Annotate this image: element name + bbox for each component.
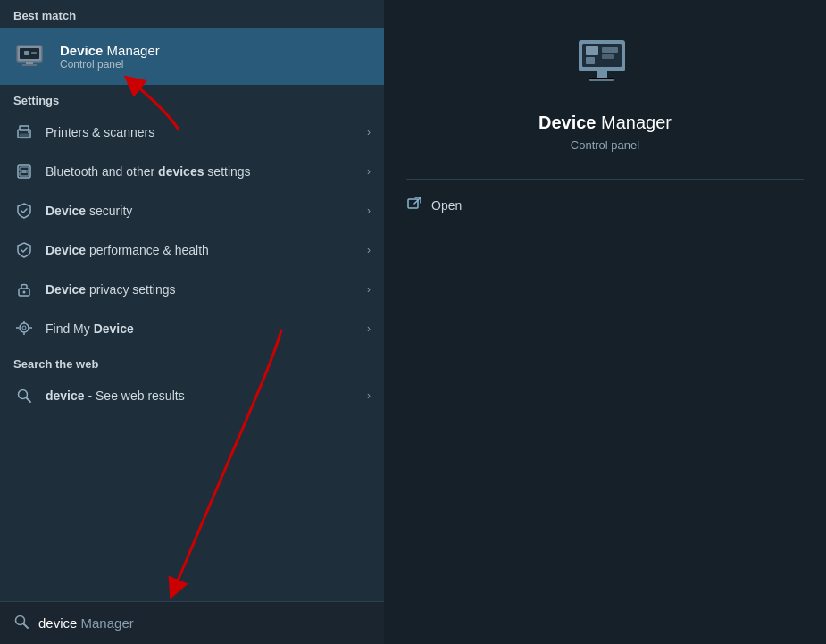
right-app-subtitle: Control panel (571, 138, 639, 152)
best-match-subtitle: Control panel (60, 58, 160, 71)
performance-shield-icon (13, 239, 35, 261)
menu-item-security-text: Device security (46, 204, 367, 218)
svg-rect-30 (586, 46, 598, 55)
menu-item-printers-text: Printers & scanners (46, 125, 367, 139)
menu-item-findmydevice[interactable]: Find My Device › (0, 309, 384, 348)
svg-point-9 (28, 131, 29, 133)
web-search-icon (13, 385, 35, 406)
svg-rect-31 (586, 57, 595, 64)
search-menu: Best match Device Manager Control (0, 0, 826, 644)
right-device-manager-icon (572, 29, 638, 96)
svg-rect-28 (597, 71, 607, 79)
right-app-title-suffix: Manager (597, 113, 672, 132)
best-match-label: Best match (0, 0, 384, 28)
device-manager-svg-icon (13, 38, 49, 74)
menu-item-performance-text: Device performance & health (46, 243, 367, 257)
security-chevron-icon: › (367, 205, 371, 217)
svg-rect-32 (602, 47, 618, 53)
menu-item-privacy[interactable]: Device privacy settings › (0, 270, 384, 309)
right-panel-content: Device Manager Control panel Open (384, 0, 826, 249)
search-bar[interactable]: device Manager (0, 601, 384, 644)
right-app-title-bold: Device (538, 113, 597, 132)
svg-rect-3 (22, 64, 37, 66)
best-match-text: Device Manager Control panel (60, 43, 160, 71)
left-panel: Best match Device Manager Control (0, 0, 384, 644)
svg-rect-8 (20, 134, 29, 138)
settings-label: Settings (0, 85, 384, 113)
svg-point-17 (22, 326, 26, 330)
svg-point-15 (23, 291, 26, 294)
right-divider (406, 179, 804, 180)
menu-item-bluetooth-text: Bluetooth and other devices settings (46, 164, 367, 179)
best-match-item[interactable]: Device Manager Control panel (0, 28, 384, 85)
web-search-chevron-icon: › (367, 389, 371, 402)
search-placeholder-text: Manager (77, 615, 133, 631)
performance-chevron-icon: › (367, 244, 371, 256)
right-panel: Device Manager Control panel Open (384, 0, 826, 644)
findmydevice-icon (13, 318, 35, 339)
open-action-label: Open (431, 198, 462, 213)
bluetooth-icon (13, 161, 35, 182)
search-typed-text: device (38, 615, 77, 631)
menu-item-web-search[interactable]: device - See web results › (0, 376, 384, 415)
svg-rect-34 (589, 79, 614, 81)
right-app-title: Device Manager (538, 113, 672, 133)
bluetooth-chevron-icon: › (367, 165, 371, 178)
right-action-open[interactable]: Open (406, 188, 804, 222)
open-action-icon (406, 196, 422, 215)
menu-item-performance[interactable]: Device performance & health › (0, 230, 384, 270)
menu-item-findmydevice-text: Find My Device (46, 322, 367, 336)
svg-line-23 (27, 398, 31, 403)
menu-item-security[interactable]: Device security › (0, 191, 384, 230)
search-input-display[interactable]: device Manager (38, 615, 134, 631)
printers-chevron-icon: › (367, 126, 371, 138)
printer-icon (13, 121, 35, 143)
svg-rect-13 (22, 170, 26, 173)
svg-line-25 (24, 623, 29, 628)
svg-rect-35 (408, 199, 418, 208)
privacy-chevron-icon: › (367, 283, 371, 296)
best-match-title: Device Manager (60, 43, 160, 58)
menu-item-bluetooth[interactable]: Bluetooth and other devices settings › (0, 152, 384, 191)
security-shield-icon (13, 200, 35, 222)
svg-rect-7 (20, 126, 29, 130)
svg-rect-5 (31, 52, 37, 54)
menu-item-privacy-text: Device privacy settings (46, 282, 367, 297)
right-app-icon (570, 27, 641, 98)
menu-item-web-search-text: device - See web results (46, 389, 367, 403)
findmydevice-chevron-icon: › (367, 322, 371, 335)
search-bar-icon (13, 614, 29, 633)
svg-rect-4 (24, 51, 29, 55)
svg-rect-33 (602, 54, 614, 59)
device-manager-icon (13, 38, 49, 74)
search-web-label: Search the web (0, 348, 384, 376)
menu-item-printers[interactable]: Printers & scanners › (0, 113, 384, 152)
svg-point-16 (20, 323, 29, 332)
privacy-icon (13, 279, 35, 300)
